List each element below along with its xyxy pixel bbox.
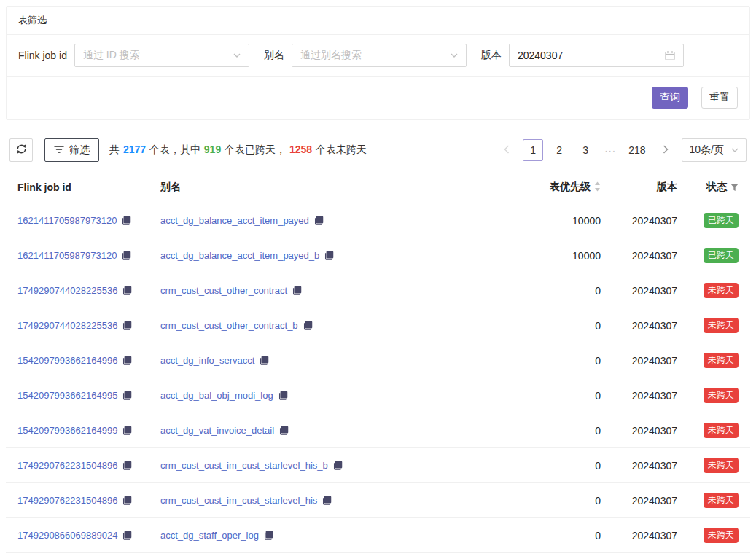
alias-link[interactable]: acct_dg_balance_acct_item_payed	[160, 215, 309, 226]
copy-icon[interactable]	[324, 251, 334, 262]
status-cell: 未跨天	[689, 483, 750, 518]
status-badge: 未跨天	[704, 283, 739, 298]
copy-icon[interactable]	[122, 251, 131, 262]
prev-page-button[interactable]	[496, 139, 517, 161]
copy-icon[interactable]	[322, 496, 332, 507]
copy-icon[interactable]	[122, 496, 132, 507]
copy-icon[interactable]	[333, 461, 343, 472]
status-badge: 未跨天	[704, 318, 739, 333]
table-row: 1542097993662164995 acct_dg_bal_obj_modi…	[6, 378, 750, 413]
filter-card-title: 表筛选	[18, 15, 47, 26]
copy-icon[interactable]	[264, 531, 273, 542]
copy-icon[interactable]	[279, 426, 289, 437]
page-ellipsis[interactable]: ···	[601, 145, 619, 156]
col-header-flink-job-id: Flink job id	[6, 172, 149, 203]
alias-cell: acct_dg_vat_invoice_detail	[149, 413, 503, 448]
id-cell: 1542097993662164996	[6, 343, 149, 378]
version-label: 版本	[481, 49, 502, 62]
alias-link[interactable]: acct_dg_balance_acct_item_payed_b	[160, 250, 319, 261]
query-button[interactable]: 查询	[652, 87, 688, 109]
version-date-picker[interactable]	[509, 44, 684, 67]
chevron-right-icon	[663, 144, 669, 156]
copy-icon[interactable]	[303, 321, 313, 332]
filter-toggle-button[interactable]: 筛选	[44, 138, 99, 162]
sort-icon[interactable]	[594, 181, 601, 194]
version-input[interactable]	[518, 50, 665, 61]
filter-card-header: 表筛选	[7, 7, 749, 35]
flink-job-id-link[interactable]: 1621411705987973120	[17, 215, 117, 226]
id-cell: 1749290744028225536	[6, 308, 149, 343]
copy-icon[interactable]	[260, 356, 269, 367]
id-cell: 1749290762231504896	[6, 448, 149, 483]
page-button-1[interactable]: 1	[523, 139, 543, 161]
alias-link[interactable]: crm_cust_cust_other_contract	[160, 285, 287, 296]
id-cell: 1749290762231504896	[6, 483, 149, 518]
alias-link[interactable]: acct_dg_bal_obj_modi_log	[160, 390, 273, 401]
column-filter-icon[interactable]	[730, 182, 739, 194]
copy-icon[interactable]	[292, 286, 302, 297]
reset-button[interactable]: 重置	[701, 87, 738, 109]
page-size-value: 10条/页	[690, 144, 724, 157]
status-badge: 未跨天	[704, 388, 739, 403]
copy-icon[interactable]	[122, 321, 132, 332]
priority-cell: 10000	[503, 238, 612, 273]
summary-text: 个表，其中	[147, 144, 203, 155]
flink-job-id-link[interactable]: 1621411705987973120	[17, 250, 117, 261]
copy-icon[interactable]	[122, 216, 131, 227]
priority-cell: 10000	[503, 203, 612, 238]
flink-job-id-link[interactable]: 1542097993662164996	[17, 355, 117, 366]
field-alias: 别名 通过别名搜索	[264, 44, 467, 67]
flink-job-id-select[interactable]: 通过 ID 搜索	[74, 44, 249, 67]
filter-toggle-label: 筛选	[69, 144, 90, 157]
page-button-3[interactable]: 3	[575, 139, 596, 161]
id-cell: 1542097993662164999	[6, 413, 149, 448]
version-cell: 20240307	[612, 273, 689, 308]
flink-job-id-link[interactable]: 1749290866069889024	[17, 530, 117, 541]
alias-link[interactable]: crm_cust_cust_other_contract_b	[160, 320, 298, 331]
refresh-button[interactable]	[9, 138, 33, 162]
copy-icon[interactable]	[122, 391, 132, 402]
flink-job-id-link[interactable]: 1542097993662164999	[17, 425, 117, 436]
status-cell: 已跨天	[689, 238, 750, 273]
alias-link[interactable]: crm_cust_cust_im_cust_starlevel_his	[160, 495, 317, 506]
alias-cell: acct_dg_info_servacct	[149, 343, 503, 378]
id-cell: 1749290866069889024	[6, 518, 149, 553]
flink-job-id-link[interactable]: 1542097993662164995	[17, 390, 117, 401]
page-button-last[interactable]: 218	[625, 139, 649, 161]
copy-icon[interactable]	[122, 286, 132, 297]
chevron-left-icon	[504, 144, 510, 156]
status-badge: 已跨天	[704, 213, 739, 228]
chevron-down-icon	[233, 53, 241, 58]
alias-label: 别名	[264, 49, 284, 62]
alias-select[interactable]: 通过别名搜索	[292, 44, 467, 67]
copy-icon[interactable]	[122, 461, 132, 472]
copy-icon[interactable]	[122, 426, 132, 437]
copy-icon[interactable]	[122, 531, 132, 542]
alias-link[interactable]: acct_dg_vat_invoice_detail	[160, 425, 274, 436]
flink-job-id-link[interactable]: 1749290762231504896	[17, 460, 117, 471]
col-header-priority[interactable]: 表优先级	[503, 172, 612, 203]
filter-actions-row: 查询 重置	[7, 77, 749, 119]
page-button-2[interactable]: 2	[549, 139, 569, 161]
alias-link[interactable]: acct_dg_staff_oper_log	[160, 530, 259, 541]
summary-text: 个表未跨天	[313, 144, 367, 155]
flink-job-id-link[interactable]: 1749290762231504896	[17, 495, 117, 506]
page-size-select[interactable]: 10条/页	[682, 138, 747, 162]
priority-cell: 0	[503, 518, 612, 553]
data-table: Flink job id 别名 表优先级 版本 状态 1621411705987…	[6, 172, 750, 553]
flink-job-id-link[interactable]: 1749290744028225536	[17, 285, 117, 296]
status-badge: 未跨天	[704, 493, 739, 508]
refresh-icon	[16, 144, 27, 157]
alias-link[interactable]: crm_cust_cust_im_cust_starlevel_his_b	[160, 460, 328, 471]
version-cell: 20240307	[612, 518, 689, 553]
copy-icon[interactable]	[122, 356, 132, 367]
table-summary: 共 2177 个表，其中 919 个表已跨天， 1258 个表未跨天	[109, 144, 367, 157]
copy-icon[interactable]	[314, 216, 324, 227]
field-flink-job-id: Flink job id 通过 ID 搜索	[18, 44, 249, 67]
version-cell: 20240307	[612, 308, 689, 343]
flink-job-id-link[interactable]: 1749290744028225536	[17, 320, 117, 331]
alias-link[interactable]: acct_dg_info_servacct	[160, 355, 254, 366]
copy-icon[interactable]	[278, 391, 288, 402]
next-page-button[interactable]	[655, 139, 676, 161]
chevron-down-icon	[731, 148, 739, 152]
